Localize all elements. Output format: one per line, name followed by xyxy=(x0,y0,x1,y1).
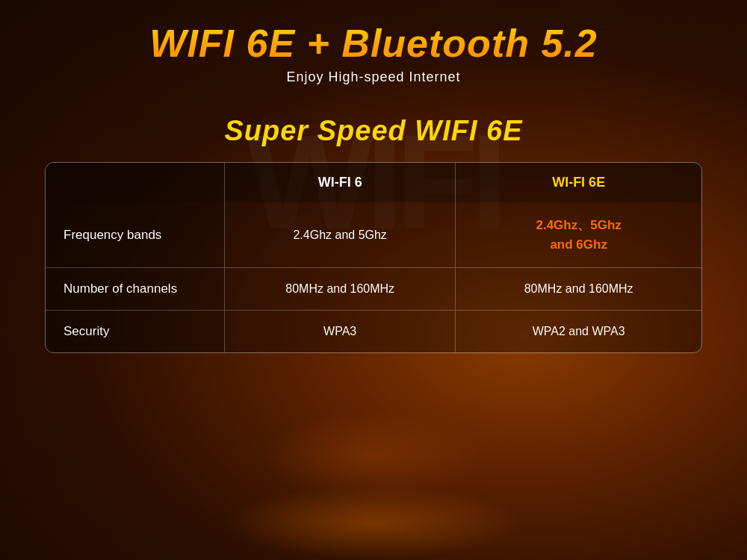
router-glow xyxy=(224,485,523,560)
row3-wifi6: WPA3 xyxy=(225,311,456,353)
row1-label: Frequency bands xyxy=(46,202,225,268)
header-wifi6e-col: WI-FI 6E xyxy=(456,163,701,202)
row2-label: Number of channels xyxy=(46,268,225,311)
main-title: WIFI 6E + Bluetooth 5.2 xyxy=(149,22,597,65)
header-wifi6-col: WI-FI 6 xyxy=(225,163,456,202)
comparison-table-wrapper: WI-FI 6 WI-FI 6E Frequency bands 2.4Ghz … xyxy=(45,162,702,353)
subtitle: Enjoy High-speed Internet xyxy=(286,69,460,85)
row2-wifi6e: 80MHz and 160MHz xyxy=(456,268,701,311)
table-header-row: WI-FI 6 WI-FI 6E xyxy=(46,163,701,202)
table-row: Number of channels 80MHz and 160MHz 80MH… xyxy=(46,268,701,311)
comparison-table: WI-FI 6 WI-FI 6E Frequency bands 2.4Ghz … xyxy=(46,163,701,352)
row3-label: Security xyxy=(46,311,225,353)
row1-wifi6e: 2.4Ghz、5Ghzand 6Ghz xyxy=(456,202,701,268)
header-label-col xyxy=(46,163,225,202)
row2-wifi6: 80MHz and 160MHz xyxy=(225,268,456,311)
section-title: Super Speed WIFI 6E xyxy=(224,115,522,147)
main-content: WIFI 6E + Bluetooth 5.2 Enjoy High-speed… xyxy=(0,0,747,353)
row3-wifi6e: WPA2 and WPA3 xyxy=(456,311,701,353)
row1-wifi6e-highlight: 2.4Ghz、5Ghzand 6Ghz xyxy=(536,218,621,252)
row1-wifi6: 2.4Ghz and 5Ghz xyxy=(225,202,456,268)
table-row: Security WPA3 WPA2 and WPA3 xyxy=(46,311,701,353)
table-row: Frequency bands 2.4Ghz and 5Ghz 2.4Ghz、5… xyxy=(46,202,701,268)
